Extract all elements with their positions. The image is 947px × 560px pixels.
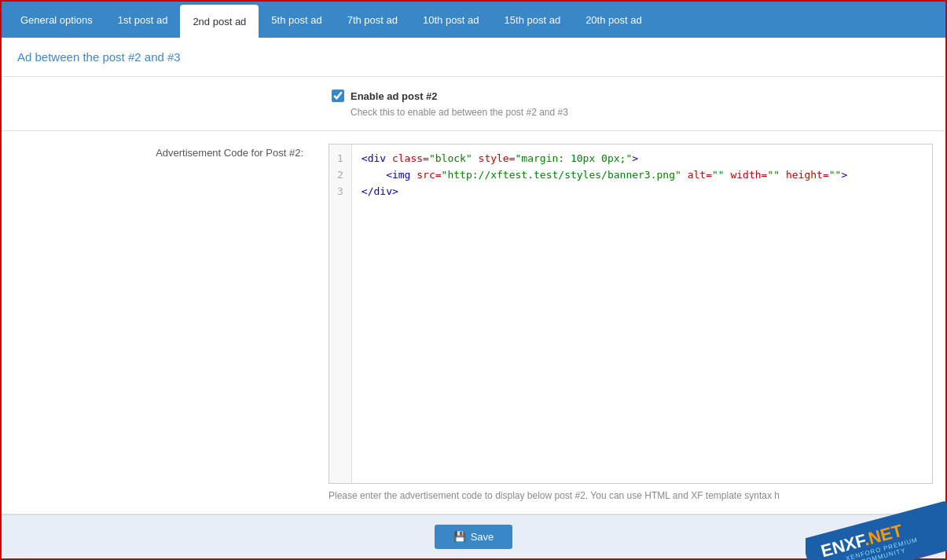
code-editor-container: 1 2 3 <div class="block" style="margin: …	[316, 131, 945, 514]
footer: 💾 Save	[2, 514, 945, 558]
code-content[interactable]: <div class="block" style="margin: 10px 0…	[352, 145, 857, 483]
enable-checkbox[interactable]	[332, 90, 344, 102]
enable-hint: Check this to enable ad between the post…	[351, 107, 930, 118]
tab-bar: General options 1st post ad 2nd post ad …	[2, 2, 945, 38]
code-editor[interactable]: 1 2 3 <div class="block" style="margin: …	[329, 144, 933, 484]
code-row: Advertisement Code for Post #2: 1 2 3 <d…	[2, 131, 945, 514]
line-numbers: 1 2 3	[329, 145, 352, 483]
save-icon: 💾	[453, 531, 466, 543]
enable-label: Enable ad post #2	[351, 90, 438, 102]
enable-row: Enable ad post #2 Check this to enable a…	[2, 77, 945, 131]
tab-post5[interactable]: 5th post ad	[259, 2, 334, 38]
tab-post20[interactable]: 20th post ad	[573, 2, 655, 38]
save-button[interactable]: 💾 Save	[435, 525, 513, 549]
checkbox-line: Enable ad post #2	[332, 90, 930, 102]
main-content: Ad between the post #2 and #3 Enable ad …	[2, 38, 945, 514]
tab-post2[interactable]: 2nd post ad	[180, 5, 259, 38]
code-label: Advertisement Code for Post #2:	[2, 131, 316, 514]
save-label: Save	[471, 531, 494, 543]
tab-post1[interactable]: 1st post ad	[105, 2, 181, 38]
code-hint: Please enter the advertisement code to d…	[329, 490, 933, 501]
section-title: Ad between the post #2 and #3	[17, 50, 181, 64]
main-window: General options 1st post ad 2nd post ad …	[0, 0, 947, 560]
tab-post10[interactable]: 10th post ad	[410, 2, 492, 38]
tab-general[interactable]: General options	[8, 2, 105, 38]
section-header: Ad between the post #2 and #3	[2, 38, 945, 77]
tab-post7[interactable]: 7th post ad	[335, 2, 410, 38]
tab-post15[interactable]: 15th post ad	[492, 2, 574, 38]
